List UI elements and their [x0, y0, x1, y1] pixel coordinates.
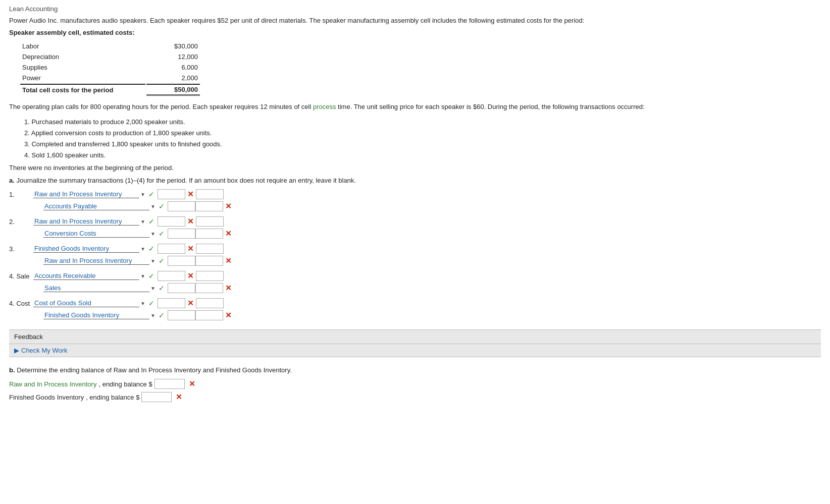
cost-label: Power [20, 73, 145, 83]
credit-x-icon: ✕ [225, 284, 232, 293]
check-icon: ✓ [159, 202, 165, 210]
credit-debit-col-input[interactable] [168, 310, 195, 320]
chevron-down-icon: ▼ [140, 219, 145, 225]
raw-inventory-label: Raw and In Process Inventory [9, 380, 96, 388]
debit-x-icon: ✕ [187, 271, 194, 281]
raw-ending-row: Raw and In Process Inventory , ending ba… [9, 379, 821, 389]
journal-entry-num: 2. [9, 218, 33, 226]
finished-ending-input[interactable] [141, 392, 172, 402]
raw-x-icon: ✕ [189, 379, 195, 388]
chevron-down-icon: ▼ [150, 313, 155, 318]
check-icon: ✓ [148, 245, 154, 253]
credit-x-icon: ✕ [225, 229, 232, 238]
credit-amount-input[interactable] [195, 229, 223, 239]
operating-text: The operating plan calls for 800 operati… [9, 102, 821, 112]
debit-account-select[interactable]: Raw and In Process Inventory [33, 217, 139, 226]
debit-x-icon: ✕ [187, 190, 194, 199]
credit-account-select[interactable]: Sales [43, 284, 149, 292]
debit-account-select[interactable]: Accounts Receivable [33, 272, 139, 280]
cost-label: Labor [20, 41, 145, 51]
debit-x-icon: ✕ [187, 299, 194, 308]
journal-entry-num: 4. Sale [9, 272, 33, 280]
check-icon: ✓ [159, 284, 165, 292]
check-icon: ✓ [159, 230, 165, 238]
feedback-bar: Feedback [9, 329, 821, 344]
credit-amount-input[interactable] [195, 256, 223, 266]
finished-x-icon: ✕ [176, 393, 182, 402]
part-b-section: b. Determine the ending balance of Raw a… [9, 366, 821, 402]
credit-amount-input[interactable] [195, 310, 223, 320]
debit-amount-input[interactable] [158, 189, 185, 199]
debit-x-icon: ✕ [187, 217, 194, 226]
debit-amount-input[interactable] [158, 271, 185, 281]
credit-amount-input-debit-row[interactable] [196, 216, 224, 227]
finished-ending-row: Finished Goods Inventory , ending balanc… [9, 392, 821, 402]
debit-account-select[interactable]: Raw and In Process Inventory [33, 190, 139, 198]
credit-debit-col-input[interactable] [168, 201, 195, 211]
raw-ending-text: , ending balance $ [98, 380, 152, 388]
credit-amount-input-debit-row[interactable] [196, 298, 224, 308]
debit-amount-input[interactable] [158, 216, 185, 227]
arrow-icon: ▶ [14, 347, 19, 354]
journal-section: 1.Raw and In Process Inventory▼✓✕Account… [9, 189, 821, 320]
credit-debit-col-input[interactable] [168, 256, 195, 266]
debit-account-select[interactable]: Cost of Goods Sold [33, 299, 139, 307]
check-my-work-bar[interactable]: ▶Check My Work [9, 344, 821, 357]
transactions-list: 1. Purchased materials to produce 2,000 … [24, 117, 821, 161]
credit-debit-col-input[interactable] [168, 283, 195, 293]
debit-amount-input[interactable] [158, 298, 185, 308]
finished-inventory-label: Finished Goods Inventory [9, 394, 84, 401]
check-icon: ✓ [148, 272, 154, 280]
finished-ending-text: , ending balance $ [86, 394, 139, 401]
lean-accounting-title: Lean Accounting [9, 5, 821, 13]
journal-entry-num: 4. Cost [9, 300, 33, 307]
chevron-down-icon: ▼ [140, 301, 145, 306]
debit-amount-input[interactable] [158, 244, 185, 254]
check-icon: ✓ [159, 257, 165, 265]
credit-amount-input-debit-row[interactable] [196, 271, 224, 281]
chevron-down-icon: ▼ [150, 204, 155, 209]
check-work-label: Check My Work [21, 347, 68, 354]
cost-label: Supplies [20, 63, 145, 72]
cost-value: $30,000 [146, 41, 200, 51]
credit-amount-input[interactable] [195, 283, 223, 293]
journal-entry-num: 3. [9, 245, 33, 253]
feedback-label: Feedback [14, 333, 43, 341]
intro-text: Power Audio Inc. manufactures audio spea… [9, 16, 821, 26]
part-a-label: a. Journalize the summary transactions (… [9, 177, 821, 184]
check-icon: ✓ [148, 190, 154, 198]
chevron-down-icon: ▼ [150, 258, 155, 264]
cost-label: Total cell costs for the period [20, 84, 145, 96]
credit-amount-input-debit-row[interactable] [196, 189, 224, 199]
credit-account-select[interactable]: Finished Goods Inventory [43, 311, 149, 319]
chevron-down-icon: ▼ [140, 273, 145, 279]
journal-debit-row: 1.Raw and In Process Inventory▼✓✕ [9, 189, 821, 199]
cost-value: $50,000 [146, 84, 200, 96]
process-word: process [313, 103, 336, 110]
transaction-item: 2. Applied conversion costs to productio… [24, 128, 821, 139]
credit-account-select[interactable]: Conversion Costs [43, 230, 149, 238]
credit-account-select[interactable]: Raw and In Process Inventory [43, 257, 149, 265]
journal-debit-row: 3.Finished Goods Inventory▼✓✕ [9, 244, 821, 254]
transaction-item: 4. Sold 1,600 speaker units. [24, 150, 821, 161]
credit-account-select[interactable]: Accounts Payable [43, 202, 149, 210]
credit-amount-input[interactable] [195, 201, 223, 211]
raw-ending-input[interactable] [154, 379, 185, 389]
credit-amount-input-debit-row[interactable] [196, 244, 224, 254]
cost-label: Depreciation [20, 52, 145, 62]
check-icon: ✓ [148, 217, 154, 226]
credit-debit-col-input[interactable] [168, 229, 195, 239]
check-icon: ✓ [148, 299, 154, 307]
transaction-item: 3. Completed and transferred 1,800 speak… [24, 139, 821, 150]
journal-credit-row: Raw and In Process Inventory▼✓✕ [9, 256, 821, 266]
journal-credit-row: Accounts Payable▼✓✕ [9, 201, 821, 211]
no-inventory-text: There were no inventories at the beginni… [9, 164, 821, 172]
debit-account-select[interactable]: Finished Goods Inventory [33, 245, 139, 253]
assembly-title: Speaker assembly cell, estimated costs: [9, 29, 821, 36]
page-header: Lean Accounting [9, 5, 821, 13]
cost-value: 2,000 [146, 73, 200, 83]
chevron-down-icon: ▼ [140, 246, 145, 252]
cost-value: 6,000 [146, 63, 200, 72]
journal-credit-row: Conversion Costs▼✓✕ [9, 229, 821, 239]
journal-entry-num: 1. [9, 191, 33, 198]
